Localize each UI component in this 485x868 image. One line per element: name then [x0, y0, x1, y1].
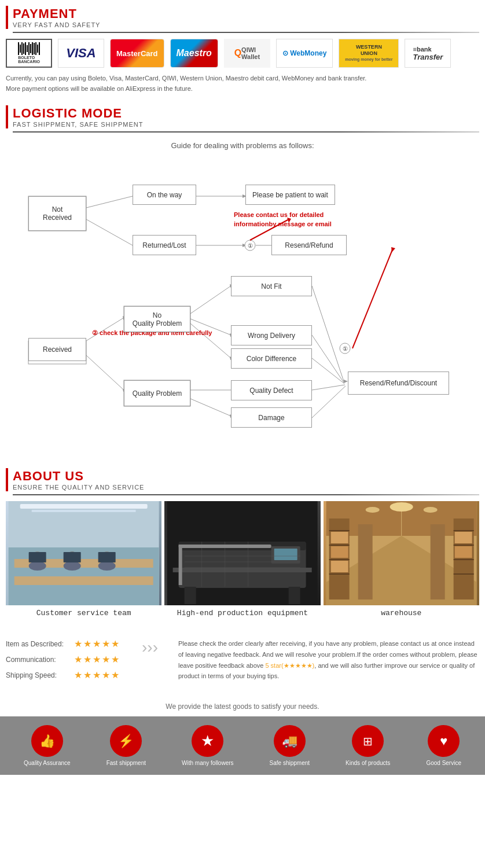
payment-desc-1: Currently, you can pay using Boleto, Vis… — [6, 73, 479, 84]
payment-desc-2: More payment options will be available o… — [6, 84, 479, 94]
svg-rect-91 — [430, 524, 444, 599]
payment-title: PAYMENT — [13, 6, 100, 21]
svg-rect-78 — [329, 559, 349, 560]
color-difference-box: Color Difference — [231, 348, 312, 369]
svg-line-37 — [352, 248, 393, 348]
svg-point-48 — [64, 561, 81, 571]
footer-icons-bar: 👍 Quality Assurance ⚡ Fast shippment ★ W… — [0, 716, 485, 775]
rating-stars-communication: ★★★★★ — [74, 654, 120, 665]
logistic-title: LOGISTIC MODE — [13, 106, 143, 121]
rating-item-shipping: Shipping Speed: ★★★★★ — [6, 670, 122, 681]
svg-point-49 — [98, 561, 116, 571]
resend-refund-discount-box: Resend/Refund/Discount — [348, 372, 449, 395]
svg-rect-90 — [358, 524, 372, 599]
ratings-right: Please check the order clearly after rec… — [178, 638, 479, 682]
svg-line-12 — [86, 355, 124, 390]
quality-problem-box: Quality Problem — [124, 380, 190, 406]
office-photo — [6, 501, 161, 605]
svg-rect-53 — [29, 552, 46, 562]
machine-photo-item: High-end production equipment — [164, 501, 320, 621]
svg-rect-54 — [64, 552, 81, 562]
svg-line-24 — [190, 399, 231, 416]
svg-line-30 — [312, 386, 346, 418]
payment-section: PAYMENT VERY FAST AND SAFETY BOLETOBANCA… — [0, 0, 485, 100]
footer-safe-item: 🚚 Safe shippment — [270, 725, 310, 766]
svg-point-47 — [29, 561, 46, 571]
maestro-logo: Maestro — [170, 39, 218, 68]
svg-rect-86 — [453, 559, 473, 560]
mastercard-logo: MasterCard — [110, 39, 164, 68]
please-patient-box: Please be patient to wait — [245, 185, 335, 205]
followers-icon-circle: ★ — [192, 725, 223, 757]
office-caption: Customer service team — [6, 605, 161, 621]
logistic-section: LOGISTIC MODE FAST SHIPPMENT, SAFE SHIPP… — [0, 100, 485, 462]
svg-line-15 — [190, 286, 231, 314]
office-photo-item: Customer service team — [6, 501, 161, 621]
svg-rect-46 — [14, 576, 153, 585]
ratings-text: Please check the order clearly after rec… — [178, 640, 477, 679]
kinds-label: Kinds of products — [346, 760, 390, 766]
not-fit-box: Not Fit — [231, 276, 312, 296]
svg-rect-89 — [454, 546, 472, 558]
svg-point-94 — [423, 507, 437, 513]
quality-icon: 👍 — [39, 734, 55, 749]
footer-service-item: ♥ Good Service — [426, 725, 461, 766]
payment-subtitle: VERY FAST AND SAFETY — [13, 21, 100, 28]
service-icon: ♥ — [440, 734, 447, 749]
svg-rect-44 — [32, 510, 136, 512]
kinds-icon-circle: ⊞ — [352, 725, 384, 757]
fast-icon: ⚡ — [118, 734, 134, 749]
not-received-box: NotReceived — [28, 196, 86, 231]
warehouse-photo — [324, 501, 479, 605]
logistic-bar — [6, 105, 8, 128]
warehouse-caption: warehouse — [324, 605, 479, 621]
rating-item-described: Item as Described: ★★★★★ — [6, 638, 122, 649]
about-divider — [13, 494, 479, 495]
svg-rect-61 — [289, 587, 300, 604]
svg-marker-31 — [344, 380, 348, 383]
western-union-logo: WESTERNUNIONmoving money for better — [339, 39, 399, 68]
about-title: ABOUT US — [13, 469, 144, 484]
damage-box: Damage — [231, 407, 312, 428]
svg-rect-84 — [453, 530, 473, 531]
service-icon-circle: ♥ — [428, 725, 460, 757]
rating-stars-shipping: ★★★★★ — [74, 670, 120, 681]
svg-rect-59 — [173, 568, 312, 572]
section-bar — [6, 6, 8, 29]
visa-logo: VISA — [58, 39, 104, 68]
guide-title: Guide for dealing with problems as follo… — [0, 141, 485, 150]
returned-lost-box: Returned/Lost — [133, 235, 196, 255]
flowchart: ① ① NotReceived On the way R — [0, 156, 485, 462]
machine-photo — [164, 501, 320, 605]
footer-text: We provide the latest goods to satisfy y… — [0, 694, 485, 716]
no-quality-box: NoQuality Problem — [124, 306, 190, 332]
rating-label-communication: Communication: — [6, 656, 69, 664]
arrow-separator: ››› — [133, 638, 167, 657]
arrow-icon: ››› — [142, 638, 158, 657]
resend-refund-top-box: Resend/Refund — [271, 235, 347, 255]
svg-line-27 — [312, 335, 344, 382]
footer-quality-item: 👍 Quality Assurance — [24, 725, 71, 766]
svg-rect-88 — [454, 532, 472, 543]
quality-icon-circle: 👍 — [31, 725, 63, 757]
followers-label: With many followers — [182, 760, 233, 766]
svg-rect-70 — [179, 545, 271, 548]
svg-rect-80 — [330, 532, 348, 543]
about-subtitle: ENSURE THE QUALITY AND SERVICE — [13, 484, 144, 491]
service-label: Good Service — [426, 760, 461, 766]
svg-rect-81 — [330, 546, 348, 558]
wrong-delivery-box: Wrong Delivery — [231, 325, 312, 345]
svg-point-92 — [390, 502, 413, 512]
followers-icon: ★ — [201, 732, 214, 750]
svg-rect-77 — [329, 545, 349, 546]
ratings-left: Item as Described: ★★★★★ Communication: … — [6, 638, 122, 685]
fast-label: Fast shippment — [106, 760, 146, 766]
logistic-divider — [13, 131, 479, 133]
about-bar — [6, 468, 8, 491]
svg-text:①: ① — [343, 345, 348, 352]
svg-text:①: ① — [248, 242, 253, 249]
svg-rect-87 — [453, 573, 473, 575]
rating-label-shipping: Shipping Speed: — [6, 671, 69, 679]
kinds-icon: ⊞ — [363, 734, 373, 748]
svg-rect-85 — [453, 545, 473, 546]
